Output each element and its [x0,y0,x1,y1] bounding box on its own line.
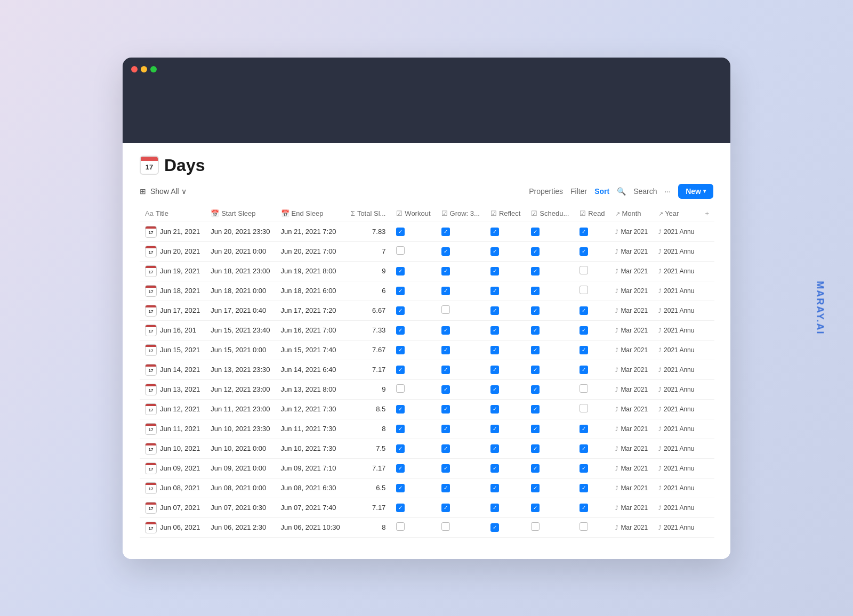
show-all-button[interactable]: ⊞ Show All ∨ [140,187,187,196]
cell-month[interactable]: ⤴ Mar 2021 [610,340,653,360]
cell-month[interactable]: ⤴ Mar 2021 [610,379,653,399]
cell-reflect[interactable]: ✓ [485,399,526,419]
new-button[interactable]: New ▾ [678,184,713,199]
cell-schedu[interactable]: ✓ [526,498,574,517]
cell-workout[interactable] [391,241,436,261]
cell-grow[interactable]: ✓ [436,261,485,281]
col-reflect[interactable]: ☑Reflect [485,205,526,222]
cell-title[interactable]: 17Jun 14, 2021 [140,360,205,379]
cell-year[interactable]: ⤴ 2021 Annu [653,340,699,360]
cell-month[interactable]: ⤴ Mar 2021 [610,399,653,419]
cell-grow[interactable]: ✓ [436,320,485,340]
cell-read[interactable] [574,399,610,419]
cell-title[interactable]: 17Jun 13, 2021 [140,379,205,399]
cell-grow[interactable]: ✓ [436,241,485,261]
col-title[interactable]: AaTitle [140,205,205,222]
cell-schedu[interactable]: ✓ [526,399,574,419]
cell-schedu[interactable]: ✓ [526,241,574,261]
search-button[interactable]: Search [633,187,657,196]
cell-title[interactable]: 17Jun 18, 2021 [140,281,205,301]
more-button[interactable]: ··· [665,187,671,196]
cell-title[interactable]: 17Jun 15, 2021 [140,340,205,360]
cell-grow[interactable]: ✓ [436,399,485,419]
cell-year[interactable]: ⤴ 2021 Annu [653,222,699,241]
cell-year[interactable]: ⤴ 2021 Annu [653,360,699,379]
table-row[interactable]: 17Jun 20, 2021Jun 20, 2021 0:00Jun 20, 2… [140,241,714,261]
cell-read[interactable]: ✓ [574,419,610,439]
cell-read[interactable]: ✓ [574,320,610,340]
cell-workout[interactable]: ✓ [391,399,436,419]
col-schedu[interactable]: ☑Schedu... [526,205,574,222]
col-year[interactable]: ↗ Year [653,205,699,222]
col-month[interactable]: ↗ Month [610,205,653,222]
cell-schedu[interactable]: ✓ [526,301,574,320]
minimize-button[interactable] [141,66,147,72]
cell-grow[interactable]: ✓ [436,439,485,458]
cell-workout[interactable]: ✓ [391,498,436,517]
cell-year[interactable]: ⤴ 2021 Annu [653,281,699,301]
show-all-label[interactable]: Show All ∨ [150,187,187,196]
cell-year[interactable]: ⤴ 2021 Annu [653,320,699,340]
cell-year[interactable]: ⤴ 2021 Annu [653,261,699,281]
cell-read[interactable] [574,517,610,537]
cell-read[interactable] [574,281,610,301]
cell-year[interactable]: ⤴ 2021 Annu [653,458,699,478]
cell-year[interactable]: ⤴ 2021 Annu [653,439,699,458]
cell-reflect[interactable]: ✓ [485,281,526,301]
cell-workout[interactable]: ✓ [391,320,436,340]
properties-button[interactable]: Properties [529,187,563,196]
cell-title[interactable]: 17Jun 08, 2021 [140,478,205,498]
cell-read[interactable] [574,379,610,399]
cell-month[interactable]: ⤴ Mar 2021 [610,301,653,320]
cell-grow[interactable] [436,517,485,537]
cell-month[interactable]: ⤴ Mar 2021 [610,498,653,517]
cell-read[interactable]: ✓ [574,478,610,498]
cell-month[interactable]: ⤴ Mar 2021 [610,517,653,537]
cell-grow[interactable]: ✓ [436,222,485,241]
cell-title[interactable]: 17Jun 10, 2021 [140,439,205,458]
cell-reflect[interactable]: ✓ [485,458,526,478]
cell-year[interactable]: ⤴ 2021 Annu [653,379,699,399]
cell-title[interactable]: 17Jun 16, 201 [140,320,205,340]
cell-month[interactable]: ⤴ Mar 2021 [610,241,653,261]
cell-workout[interactable]: ✓ [391,281,436,301]
cell-title[interactable]: 17Jun 20, 2021 [140,241,205,261]
col-workout[interactable]: ☑Workout [391,205,436,222]
cell-schedu[interactable]: ✓ [526,320,574,340]
table-row[interactable]: 17Jun 17, 2021Jun 17, 2021 0:40Jun 17, 2… [140,301,714,320]
cell-read[interactable]: ✓ [574,222,610,241]
cell-reflect[interactable]: ✓ [485,222,526,241]
col-total-sl[interactable]: ΣTotal Sl... [345,205,391,222]
cell-reflect[interactable]: ✓ [485,241,526,261]
cell-year[interactable]: ⤴ 2021 Annu [653,241,699,261]
cell-year[interactable]: ⤴ 2021 Annu [653,498,699,517]
cell-month[interactable]: ⤴ Mar 2021 [610,458,653,478]
cell-workout[interactable]: ✓ [391,301,436,320]
cell-grow[interactable]: ✓ [436,379,485,399]
cell-reflect[interactable]: ✓ [485,261,526,281]
cell-reflect[interactable]: ✓ [485,379,526,399]
cell-grow[interactable]: ✓ [436,478,485,498]
cell-workout[interactable]: ✓ [391,360,436,379]
cell-month[interactable]: ⤴ Mar 2021 [610,261,653,281]
cell-schedu[interactable]: ✓ [526,281,574,301]
table-row[interactable]: 17Jun 06, 2021Jun 06, 2021 2:30Jun 06, 2… [140,517,714,537]
cell-year[interactable]: ⤴ 2021 Annu [653,301,699,320]
close-button[interactable] [131,66,138,72]
cell-schedu[interactable]: ✓ [526,360,574,379]
table-row[interactable]: 17Jun 09, 2021Jun 09, 2021 0:00Jun 09, 2… [140,458,714,478]
cell-workout[interactable]: ✓ [391,419,436,439]
cell-month[interactable]: ⤴ Mar 2021 [610,419,653,439]
cell-grow[interactable] [436,301,485,320]
cell-reflect[interactable]: ✓ [485,301,526,320]
cell-schedu[interactable]: ✓ [526,340,574,360]
cell-month[interactable]: ⤴ Mar 2021 [610,360,653,379]
cell-reflect[interactable]: ✓ [485,340,526,360]
cell-reflect[interactable]: ✓ [485,419,526,439]
col-start-sleep[interactable]: 📅Start Sleep [205,205,275,222]
cell-schedu[interactable]: ✓ [526,439,574,458]
cell-reflect[interactable]: ✓ [485,320,526,340]
col-add[interactable]: + [699,205,714,222]
cell-workout[interactable]: ✓ [391,222,436,241]
cell-read[interactable]: ✓ [574,340,610,360]
